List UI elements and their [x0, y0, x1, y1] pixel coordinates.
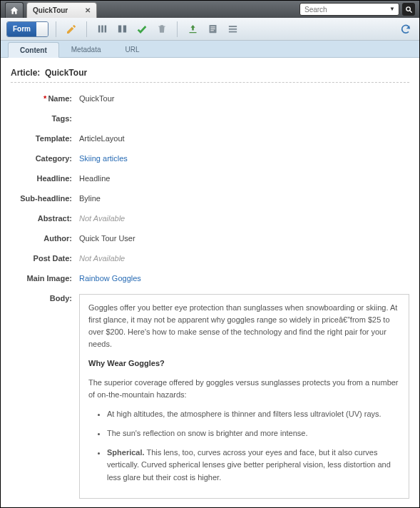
- tab-quicktour[interactable]: QuickTour ✕: [26, 2, 97, 18]
- field-headline-value: Headline: [79, 174, 409, 183]
- tab-metadata[interactable]: Metadata: [59, 41, 113, 57]
- svg-rect-5: [118, 26, 121, 33]
- svg-rect-6: [123, 26, 126, 33]
- upload-icon: [188, 24, 198, 34]
- search-dropdown-caret[interactable]: ▼: [389, 6, 395, 12]
- field-template-value: ArticleLayout: [79, 134, 409, 143]
- field-subheadline-value: Byline: [79, 194, 409, 203]
- toolbar-separator: [177, 21, 178, 37]
- svg-rect-11: [228, 26, 236, 27]
- tab-close-button[interactable]: ✕: [85, 6, 91, 14]
- form-toggle[interactable]: Form: [6, 21, 48, 37]
- field-mainimage-value[interactable]: Rainbow Goggles: [79, 274, 409, 283]
- svg-point-0: [406, 6, 410, 11]
- delete-button[interactable]: [154, 21, 170, 37]
- field-body: Body: Goggles offer you better eye prote…: [11, 294, 409, 499]
- pencil-icon: [66, 24, 77, 35]
- field-postdate: Post Date: Not Available: [11, 254, 409, 263]
- approve-button[interactable]: [134, 21, 150, 37]
- list-icon: [227, 24, 238, 34]
- list-button[interactable]: [225, 21, 240, 37]
- page-icon: [208, 24, 218, 34]
- search-input[interactable]: [299, 3, 399, 16]
- check-icon: [136, 24, 148, 35]
- body-content: Goggles offer you better eye protection …: [79, 294, 409, 499]
- form-toggle-off: [36, 22, 48, 36]
- svg-rect-3: [101, 26, 103, 33]
- form-toggle-label: Form: [7, 22, 36, 36]
- columns-icon: [97, 24, 108, 34]
- field-category: Category: Skiing articles: [11, 154, 409, 163]
- field-tags: Tags:: [11, 114, 409, 123]
- edit-button[interactable]: [63, 21, 79, 37]
- svg-rect-9: [210, 29, 215, 29]
- field-name-value: QuickTour: [79, 94, 409, 103]
- svg-rect-4: [104, 26, 106, 33]
- divider: [11, 82, 409, 83]
- svg-rect-13: [228, 31, 236, 33]
- svg-rect-8: [210, 26, 215, 27]
- svg-rect-12: [228, 29, 236, 30]
- field-author-value: Quick Tour User: [79, 234, 409, 243]
- search-button[interactable]: [402, 3, 415, 16]
- field-headline: Headline: Headline: [11, 174, 409, 183]
- compare-button[interactable]: [114, 21, 130, 37]
- field-postdate-value: Not Available: [79, 254, 409, 263]
- toolbar-separator: [86, 21, 87, 37]
- field-template: Template: ArticleLayout: [11, 134, 409, 143]
- field-name: *Name: QuickTour: [11, 94, 409, 103]
- field-subheadline: Sub-headline: Byline: [11, 194, 409, 203]
- page-button[interactable]: [205, 21, 220, 37]
- field-author: Author: Quick Tour User: [11, 234, 409, 243]
- toolbar-separator: [56, 21, 56, 37]
- column-button[interactable]: [94, 21, 110, 37]
- field-category-value[interactable]: Skiing articles: [79, 154, 409, 163]
- home-button[interactable]: [5, 2, 24, 18]
- page-title: Article: QuickTour: [11, 68, 409, 78]
- tab-content[interactable]: Content: [8, 42, 59, 58]
- svg-rect-10: [210, 30, 213, 31]
- compare-icon: [117, 24, 128, 34]
- tab-title: QuickTour: [33, 6, 68, 14]
- refresh-icon: [400, 24, 411, 35]
- home-icon: [9, 6, 19, 16]
- svg-line-1: [409, 10, 411, 12]
- upload-button[interactable]: [185, 21, 200, 37]
- search-icon: [405, 6, 413, 14]
- field-mainimage: Main Image: Rainbow Goggles: [11, 274, 409, 283]
- field-abstract: Abstract: Not Available: [11, 214, 409, 223]
- field-abstract-value: Not Available: [79, 214, 409, 223]
- tab-url[interactable]: URL: [113, 41, 151, 57]
- trash-icon: [157, 24, 167, 34]
- refresh-button[interactable]: [398, 21, 414, 37]
- svg-rect-2: [98, 26, 100, 33]
- field-tags-value: [79, 114, 409, 123]
